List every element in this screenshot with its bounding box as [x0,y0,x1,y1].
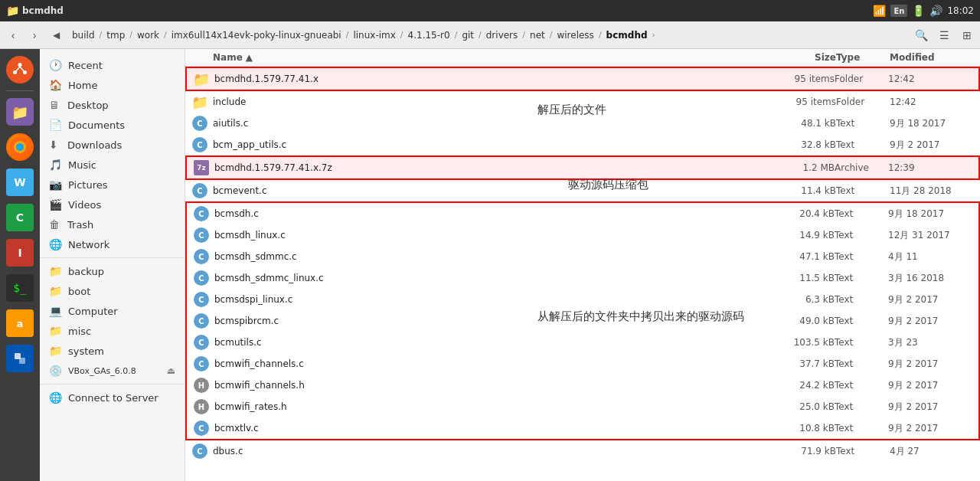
file-type-13: Text [835,358,888,369]
computer-icon: 💻 [49,305,62,317]
system-icon: 📁 [49,345,62,357]
lang-tray[interactable]: En [890,5,907,17]
table-row[interactable]: C bcmxtlv.c 10.8 kB Text 9月 2 2017 [187,417,978,439]
dock-lo-impress[interactable]: I [4,237,36,269]
dock-terminal[interactable]: $_ [4,272,36,304]
col-header-size[interactable]: Size [775,52,836,63]
dock-lo-writer[interactable]: W [4,166,36,198]
table-row[interactable]: H bcmwifi_rates.h 25.0 kB Text 9月 2 2017 [187,396,978,417]
dock-ubuntu[interactable] [4,54,36,86]
file-modified-8: 4月 11 [888,250,972,263]
breadcrumb-linux-imx[interactable]: linux-imx [348,28,400,43]
view-list-button[interactable]: ☰ [934,25,954,45]
file-size-12: 103.5 kB [773,337,835,348]
table-row[interactable]: C dbus.c 71.9 kB Text 4月 27 [185,440,980,462]
file-size-10: 6.3 kB [773,294,835,305]
sidebar-item-system[interactable]: 📁 system [40,341,185,361]
sidebar-item-misc[interactable]: 📁 misc [40,321,185,341]
breadcrumb-wireless[interactable]: wireless [552,28,598,43]
sidebar-item-music[interactable]: 🎵 Music [40,155,185,175]
file-modified-3: 9月 2 2017 [890,139,974,152]
table-row[interactable]: 📁 include 95 items Folder 12:42 [185,91,980,113]
c-file-icon: C [193,312,210,329]
c-file-icon: C [193,227,210,244]
sidebar-label-music: Music [68,159,96,171]
file-size-5: 11.4 kB [775,185,836,196]
file-type-14: Text [835,380,888,391]
dock-files[interactable]: 📁 [4,96,36,128]
view-grid-button[interactable]: ⊞ [957,25,977,45]
table-row[interactable]: C bcmsdh_linux.c 14.9 kB Text 12月 31 201… [187,224,978,246]
table-row[interactable]: C bcmspibrcm.c 49.0 kB Text 9月 2 2017 [187,310,978,332]
col-header-modified[interactable]: Modified [890,52,974,63]
col-header-name[interactable]: Name ▲ [213,52,775,63]
music-icon: 🎵 [49,159,62,171]
table-row[interactable]: C bcmsdh_sdmmc.c 47.1 kB Text 4月 11 [187,246,978,267]
network-icon: 🌐 [49,238,62,250]
breadcrumb-work[interactable]: work [132,28,164,43]
table-row[interactable]: C bcmsdspi_linux.c 6.3 kB Text 9月 2 2017 [187,289,978,310]
file-table-header: Name ▲ Size Type Modified [185,49,980,67]
network-tray-icon: 📶 [873,5,886,17]
sidebar-item-boot[interactable]: 📁 boot [40,281,185,301]
table-row[interactable]: C bcmevent.c 11.4 kB Text 11月 28 2018 [185,180,980,201]
file-name-0: bcmdhd.1.579.77.41.x [214,74,773,84]
breadcrumb-imx[interactable]: imx6ull14x14evk-poky-linux-gnueabi [167,28,346,43]
sidebar-item-vbox[interactable]: 💿 VBox_GAs_6.0.8 ⏏ [40,361,185,381]
table-row[interactable]: H bcmwifi_channels.h 24.2 kB Text 9月 2 2… [187,375,978,396]
file-type-1: Folder [836,97,890,107]
back-button[interactable]: ‹ [3,25,23,45]
file-modified-7: 12月 31 2017 [888,229,972,242]
dock-amazon[interactable]: a [4,307,36,339]
dock-lo-calc[interactable]: C [4,201,36,234]
table-row[interactable]: C bcm_app_utils.c 32.8 kB Text 9月 2 2017 [185,134,980,155]
file-area[interactable]: Name ▲ Size Type Modified 📁 bcmdhd.1.579… [185,49,980,481]
svg-rect-9 [19,358,25,364]
search-button[interactable]: 🔍 [911,25,931,45]
dock-vbox[interactable] [4,342,36,375]
misc-icon: 📁 [49,325,62,337]
file-size-9: 11.5 kB [773,273,835,283]
sidebar-item-desktop[interactable]: 🖥 Desktop [40,95,185,115]
table-row[interactable]: 7z bcmdhd.1.579.77.41.x.7z 1.2 MB Archiv… [185,155,980,180]
sidebar-item-documents[interactable]: 📄 Documents [40,115,185,135]
folder-icon: 📁 [193,70,210,87]
sidebar-item-home[interactable]: 🏠 Home [40,75,185,95]
breadcrumb-bcmdhd[interactable]: bcmdhd [602,28,652,43]
sidebar-item-network[interactable]: 🌐 Network [40,234,185,254]
breadcrumb-build[interactable]: build [67,28,100,43]
file-type-11: Text [835,316,888,326]
table-row[interactable]: C bcmsdh_sdmmc_linux.c 11.5 kB Text 3月 1… [187,267,978,289]
sidebar-label-trash: Trash [67,219,93,231]
table-row[interactable]: 📁 bcmdhd.1.579.77.41.x 95 items Folder 1… [185,67,980,91]
c-file-icon: C [193,248,210,265]
file-type-12: Text [835,337,888,348]
file-modified-1: 12:42 [890,97,974,107]
sidebar-item-computer[interactable]: 💻 Computer [40,301,185,321]
sidebar-item-videos[interactable]: 🎬 Videos [40,195,185,214]
file-modified-0: 12:42 [888,74,972,84]
breadcrumb-back-button[interactable]: ◀ [46,25,66,45]
breadcrumb-git[interactable]: git [457,28,479,43]
table-row[interactable]: C bcmutils.c 103.5 kB Text 3月 23 [187,332,978,353]
sidebar-label-documents: Documents [68,119,125,131]
dock-firefox[interactable] [4,131,36,163]
sidebar-item-trash[interactable]: 🗑 Trash [40,214,185,234]
file-name-13: bcmwifi_channels.c [214,358,773,369]
sidebar-item-connect[interactable]: 🌐 Connect to Server [40,388,185,407]
sidebar-item-pictures[interactable]: 📷 Pictures [40,175,185,195]
forward-button[interactable]: › [24,25,44,45]
breadcrumb-tmp[interactable]: tmp [102,28,129,43]
sidebar-item-backup[interactable]: 📁 backup [40,261,185,281]
table-row[interactable]: C bcmwifi_channels.c 37.7 kB Text 9月 2 2… [187,353,978,375]
table-row[interactable]: C aiutils.c 48.1 kB Text 9月 18 2017 [185,113,980,134]
breadcrumb-version[interactable]: 4.1.15-r0 [403,28,455,43]
table-row[interactable]: C bcmsdh.c 20.4 kB Text 9月 18 2017 [187,203,978,224]
sidebar-item-downloads[interactable]: ⬇ Downloads [40,135,185,155]
eject-button[interactable]: ⏏ [167,365,175,376]
folder-icon: 📁 [191,93,208,110]
breadcrumb-drivers[interactable]: drivers [482,28,523,43]
sidebar-item-recent[interactable]: 🕐 Recent [40,55,185,75]
col-header-type[interactable]: Type [836,52,890,63]
breadcrumb-net[interactable]: net [525,28,550,43]
